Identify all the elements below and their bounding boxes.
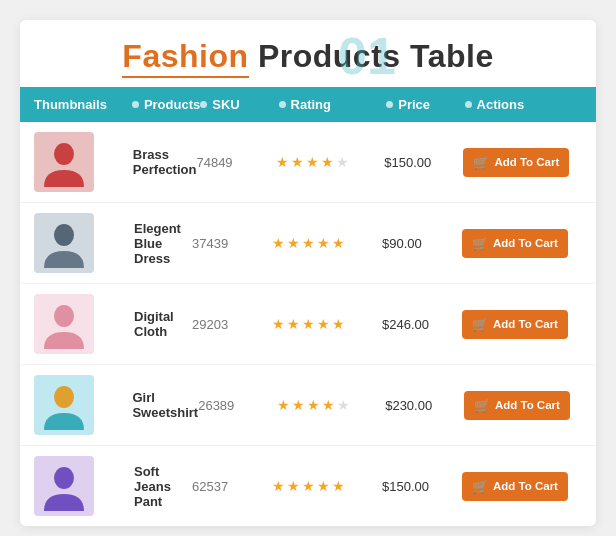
cart-icon: 🛒 <box>472 479 488 494</box>
star: ★ <box>292 397 305 413</box>
page-title: Fashion Products Table <box>30 38 586 75</box>
cart-icon: 🛒 <box>474 398 490 413</box>
col-header-products: Products <box>132 97 200 112</box>
product-price: $246.00 <box>382 317 462 332</box>
product-price: $230.00 <box>385 398 464 413</box>
table-row: Digital Cloth 29203 ★★★★★ $246.00 🛒 Add … <box>20 284 596 365</box>
star: ★ <box>307 397 320 413</box>
svg-point-7 <box>54 386 74 408</box>
col-header-sku: SKU <box>200 97 278 112</box>
thumbnail-cell <box>34 294 134 354</box>
star: ★ <box>336 154 349 170</box>
product-rating: ★★★★★ <box>272 235 382 251</box>
add-to-cart-label: Add To Cart <box>493 480 558 492</box>
col-dot <box>279 101 286 108</box>
svg-point-5 <box>54 305 74 327</box>
product-actions: 🛒 Add To Cart <box>462 472 582 501</box>
col-header-price: Price <box>386 97 464 112</box>
star: ★ <box>332 235 345 251</box>
product-rating: ★★★★★ <box>272 478 382 494</box>
product-thumbnail <box>34 132 94 192</box>
star: ★ <box>302 316 315 332</box>
star: ★ <box>317 235 330 251</box>
star: ★ <box>287 235 300 251</box>
col-header-rating: Rating <box>279 97 387 112</box>
star: ★ <box>306 154 319 170</box>
product-sku: 74849 <box>196 155 275 170</box>
product-rating: ★★★★★ <box>272 316 382 332</box>
col-dot <box>132 101 139 108</box>
add-to-cart-label: Add To Cart <box>494 156 559 168</box>
thumbnail-cell <box>34 456 134 516</box>
star: ★ <box>277 397 290 413</box>
title-fashion: Fashion <box>122 38 248 78</box>
cart-icon: 🛒 <box>473 155 489 170</box>
product-actions: 🛒 Add To Cart <box>464 391 582 420</box>
add-to-cart-button[interactable]: 🛒 Add To Cart <box>462 229 568 258</box>
col-header-actions: Actions <box>465 97 582 112</box>
table-row: Girl Sweetshirt 26389 ★★★★★ $230.00 🛒 Ad… <box>20 365 596 446</box>
add-to-cart-label: Add To Cart <box>493 318 558 330</box>
product-sku: 62537 <box>192 479 272 494</box>
product-thumbnail <box>34 213 94 273</box>
svg-point-9 <box>54 467 74 489</box>
star: ★ <box>291 154 304 170</box>
add-to-cart-label: Add To Cart <box>493 237 558 249</box>
svg-point-3 <box>54 224 74 246</box>
title-rest: Products Table <box>249 38 494 74</box>
star: ★ <box>317 478 330 494</box>
product-actions: 🛒 Add To Cart <box>462 310 582 339</box>
star: ★ <box>332 316 345 332</box>
product-thumbnail <box>34 456 94 516</box>
star: ★ <box>321 154 334 170</box>
product-price: $150.00 <box>384 155 463 170</box>
product-name: Digital Cloth <box>134 309 192 339</box>
product-sku: 37439 <box>192 236 272 251</box>
product-thumbnail <box>34 294 94 354</box>
star: ★ <box>322 397 335 413</box>
product-name: Girl Sweetshirt <box>132 390 198 420</box>
star: ★ <box>276 154 289 170</box>
col-dot <box>465 101 472 108</box>
add-to-cart-button[interactable]: 🛒 Add To Cart <box>462 310 568 339</box>
product-name: Elegent Blue Dress <box>134 221 192 266</box>
product-name: Soft Jeans Pant <box>134 464 192 509</box>
table-row: Brass Perfection 74849 ★★★★★ $150.00 🛒 A… <box>20 122 596 203</box>
col-dot <box>200 101 207 108</box>
table-header: Thumbnails Products SKU Rating Price Act… <box>20 87 596 122</box>
product-price: $150.00 <box>382 479 462 494</box>
add-to-cart-button[interactable]: 🛒 Add To Cart <box>464 391 570 420</box>
product-rating: ★★★★★ <box>277 397 385 413</box>
products-table-container: 01 Fashion Products Table Thumbnails Pro… <box>20 20 596 526</box>
product-thumbnail <box>34 375 94 435</box>
table-body: Brass Perfection 74849 ★★★★★ $150.00 🛒 A… <box>20 122 596 526</box>
thumbnail-cell <box>34 132 133 192</box>
product-sku: 26389 <box>198 398 277 413</box>
product-price: $90.00 <box>382 236 462 251</box>
add-to-cart-label: Add To Cart <box>495 399 560 411</box>
product-sku: 29203 <box>192 317 272 332</box>
star: ★ <box>317 316 330 332</box>
star: ★ <box>272 316 285 332</box>
cart-icon: 🛒 <box>472 317 488 332</box>
svg-point-1 <box>54 143 74 165</box>
table-row: Soft Jeans Pant 62537 ★★★★★ $150.00 🛒 Ad… <box>20 446 596 526</box>
star: ★ <box>272 478 285 494</box>
star: ★ <box>287 478 300 494</box>
star: ★ <box>272 235 285 251</box>
star: ★ <box>302 235 315 251</box>
star: ★ <box>337 397 350 413</box>
product-name: Brass Perfection <box>133 147 197 177</box>
star: ★ <box>302 478 315 494</box>
product-actions: 🛒 Add To Cart <box>462 229 582 258</box>
star: ★ <box>332 478 345 494</box>
header: 01 Fashion Products Table <box>20 20 596 87</box>
table-row: Elegent Blue Dress 37439 ★★★★★ $90.00 🛒 … <box>20 203 596 284</box>
product-actions: 🛒 Add To Cart <box>463 148 582 177</box>
cart-icon: 🛒 <box>472 236 488 251</box>
star: ★ <box>287 316 300 332</box>
add-to-cart-button[interactable]: 🛒 Add To Cart <box>462 472 568 501</box>
add-to-cart-button[interactable]: 🛒 Add To Cart <box>463 148 569 177</box>
col-header-thumbnails: Thumbnails <box>34 97 132 112</box>
thumbnail-cell <box>34 213 134 273</box>
